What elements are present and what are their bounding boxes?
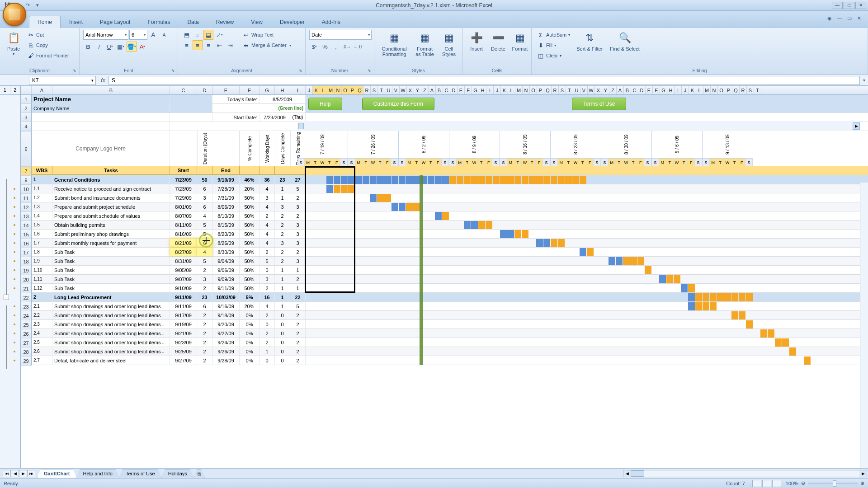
row-header-2[interactable]: 2: [21, 104, 32, 113]
close-button[interactable]: ✕: [855, 2, 866, 9]
align-bottom-icon[interactable]: ⬓: [203, 30, 213, 40]
col-header-AW[interactable]: W: [588, 86, 595, 94]
tab-nav-next[interactable]: ▶: [19, 470, 27, 477]
col-header-Q[interactable]: Q: [356, 86, 363, 94]
autosum-button[interactable]: ΣAutoSum▾: [535, 30, 572, 40]
col-header-BD[interactable]: D: [638, 86, 646, 94]
grow-font-icon[interactable]: A: [148, 30, 158, 40]
col-header-BO[interactable]: O: [718, 86, 725, 94]
tab-nav-last[interactable]: ⏭: [27, 470, 35, 477]
align-top-icon[interactable]: ⬒: [182, 30, 192, 40]
shrink-font-icon[interactable]: A: [159, 30, 169, 40]
cut-button[interactable]: ✂Cut: [25, 30, 71, 40]
col-header-BG[interactable]: G: [660, 86, 667, 94]
col-header-S[interactable]: S: [371, 86, 378, 94]
col-header-T[interactable]: T: [378, 86, 385, 94]
align-center-icon[interactable]: ≡: [193, 40, 203, 50]
col-header-AF[interactable]: F: [465, 86, 472, 94]
alignment-launcher[interactable]: ⬊: [299, 68, 304, 74]
col-header-AS[interactable]: S: [559, 86, 566, 94]
underline-button[interactable]: U▾: [105, 42, 115, 52]
format-painter-button[interactable]: 🖌Format Painter: [25, 51, 71, 61]
outline-level-1[interactable]: 1: [0, 86, 10, 95]
col-header-AJ[interactable]: J: [494, 86, 501, 94]
row-header-10[interactable]: 10: [21, 185, 32, 194]
insert-cells-button[interactable]: ➕Insert: [467, 30, 486, 52]
col-header-AU[interactable]: U: [573, 86, 580, 94]
row-header-9[interactable]: 9: [21, 176, 32, 185]
number-launcher[interactable]: ⬊: [368, 68, 373, 74]
col-header-P[interactable]: P: [349, 86, 356, 94]
col-header-AG[interactable]: G: [472, 86, 479, 94]
ribbon-minimize-icon[interactable]: —: [837, 15, 844, 23]
col-header-BJ[interactable]: J: [682, 86, 689, 94]
col-header-BT[interactable]: T: [754, 86, 761, 94]
col-header-D[interactable]: D: [197, 86, 212, 94]
terms-button[interactable]: Terms of Use: [572, 98, 627, 110]
align-middle-icon[interactable]: ≡: [193, 30, 203, 40]
cell-styles-button[interactable]: ▦Cell Styles: [439, 30, 459, 58]
delete-cells-button[interactable]: ➖Delete: [488, 30, 508, 52]
col-header-U[interactable]: U: [385, 86, 392, 94]
row-header-15[interactable]: 15: [21, 230, 32, 239]
col-header-N[interactable]: N: [335, 86, 342, 94]
format-as-table-button[interactable]: ▦Format as Table: [412, 30, 437, 58]
zoom-slider[interactable]: [808, 483, 858, 484]
sheet-tab-help-and-info[interactable]: Help and Info: [76, 469, 119, 478]
vertical-scrollbar[interactable]: [860, 183, 868, 468]
col-header-AB[interactable]: B: [436, 86, 443, 94]
col-header-BF[interactable]: F: [653, 86, 660, 94]
col-header-AQ[interactable]: Q: [544, 86, 552, 94]
col-header-BL[interactable]: L: [696, 86, 703, 94]
spreadsheet-grid[interactable]: 12 − ABCDEFGHIJKLMNOPQRSTUVWXYZABCDEFGHI…: [0, 86, 868, 468]
orientation-icon[interactable]: ⤢▾: [214, 30, 224, 40]
col-header-AL[interactable]: L: [508, 86, 515, 94]
dec-decimal-icon[interactable]: ←.0: [353, 42, 363, 52]
row-header-25[interactable]: 25: [21, 320, 32, 329]
col-header-H[interactable]: H: [275, 86, 290, 94]
row-header-20[interactable]: 20: [21, 275, 32, 284]
sheet-tab-ganttchart[interactable]: GanttChart: [37, 469, 76, 478]
col-header-O[interactable]: O: [342, 86, 349, 94]
conditional-formatting-button[interactable]: ▦Conditional Formatting: [378, 30, 410, 58]
tab-nav-prev[interactable]: ◀: [11, 470, 19, 477]
borders-button[interactable]: ▦▾: [116, 42, 126, 52]
sort-filter-button[interactable]: ⇅Sort & Filter: [574, 30, 605, 52]
fill-button[interactable]: ⬇Fill▾: [535, 40, 572, 50]
outline-level-2[interactable]: 2: [10, 86, 21, 95]
row-header-7[interactable]: 7: [21, 167, 32, 176]
col-header-AP[interactable]: P: [537, 86, 544, 94]
col-header-BQ[interactable]: Q: [732, 86, 740, 94]
col-header-W[interactable]: W: [400, 86, 407, 94]
font-color-button[interactable]: A▾: [137, 42, 147, 52]
col-header-BE[interactable]: E: [646, 86, 653, 94]
tab-nav-first[interactable]: ⏮: [3, 470, 11, 477]
row-header-4[interactable]: 4: [21, 122, 32, 131]
italic-button[interactable]: I: [94, 42, 104, 52]
row-header-16[interactable]: 16: [21, 239, 32, 248]
row-header-23[interactable]: 23: [21, 302, 32, 311]
redo-icon[interactable]: ↷: [24, 1, 32, 9]
clear-button[interactable]: ◫Clear▾: [535, 51, 572, 61]
row-header-18[interactable]: 18: [21, 257, 32, 266]
col-header-Z[interactable]: Z: [421, 86, 429, 94]
col-header-AK[interactable]: K: [501, 86, 508, 94]
copy-button[interactable]: ⎘Copy: [25, 40, 71, 50]
row-header-11[interactable]: 11: [21, 194, 32, 203]
col-header-V[interactable]: V: [392, 86, 400, 94]
row-header-21[interactable]: 21: [21, 284, 32, 293]
col-header-BP[interactable]: P: [725, 86, 732, 94]
col-header-BA[interactable]: A: [617, 86, 624, 94]
font-family-combo[interactable]: Arial Narrow▾: [83, 30, 128, 40]
col-header-AY[interactable]: Y: [602, 86, 609, 94]
inc-decimal-icon[interactable]: .0→: [342, 42, 352, 52]
row-header-14[interactable]: 14: [21, 221, 32, 230]
col-header-BK[interactable]: K: [689, 86, 696, 94]
row-header-27[interactable]: 27: [21, 338, 32, 347]
view-layout-button[interactable]: [762, 480, 771, 487]
col-header-X[interactable]: X: [407, 86, 414, 94]
col-header-E[interactable]: E: [212, 86, 240, 94]
row-header-24[interactable]: 24: [21, 311, 32, 320]
ribbon-tab-add-ins[interactable]: Add-Ins: [313, 16, 349, 28]
clipboard-launcher[interactable]: ⬊: [73, 68, 78, 74]
